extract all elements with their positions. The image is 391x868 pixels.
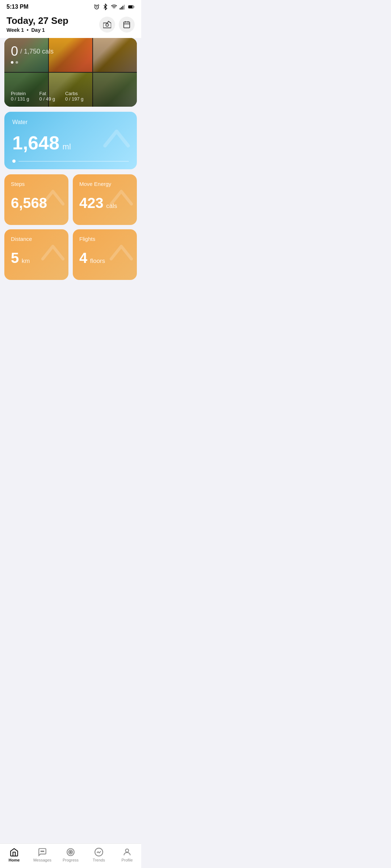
distance-card[interactable]: Distance 5 km [4, 229, 68, 280]
flights-unit: floors [90, 258, 105, 264]
carbs-label: Carbs [65, 91, 84, 96]
wifi-icon [111, 4, 117, 10]
move-energy-value: 423 [79, 195, 104, 211]
flights-value: 4 [79, 250, 87, 266]
day-label: Day 1 [31, 27, 45, 33]
signal-icon [119, 4, 126, 10]
flights-chevron-icon [109, 241, 134, 267]
status-bar: 5:13 PM [0, 0, 141, 12]
camera-icon [103, 21, 111, 29]
protein-label: Protein [11, 91, 29, 96]
macros-row: Protein 0 / 131 g Fat 0 / 49 g Carbs 0 /… [11, 91, 130, 102]
carbs-value: 0 / 197 g [65, 96, 84, 102]
macro-carbs: Carbs 0 / 197 g [65, 91, 84, 102]
svg-rect-6 [129, 6, 132, 8]
calories-total: / 1,750 cals [20, 48, 54, 55]
dots-row [11, 61, 130, 64]
progress-line [18, 161, 129, 162]
alarm-icon [93, 4, 100, 10]
chevron-up-icon [102, 125, 131, 154]
week-day: Week 1 • Day 1 [7, 27, 68, 33]
battery-icon [128, 4, 135, 10]
svg-rect-1 [120, 8, 121, 10]
svg-rect-2 [121, 7, 122, 10]
svg-rect-4 [124, 5, 125, 10]
water-chevron-bg [102, 125, 131, 156]
status-icons [93, 4, 135, 10]
distance-chevron-bg [40, 241, 66, 268]
macro-protein: Protein 0 / 131 g [11, 91, 29, 102]
activity-grid: Steps 6,568 Move Energy 423 cals [4, 174, 137, 280]
water-title: Water [12, 119, 129, 125]
protein-value: 0 / 131 g [11, 96, 29, 102]
camera-button[interactable] [99, 17, 115, 33]
calendar-icon [123, 21, 131, 29]
week-label: Week 1 [7, 27, 24, 33]
dot-2 [16, 61, 18, 64]
status-time: 5:13 PM [7, 4, 28, 10]
flights-chevron-bg [109, 241, 134, 268]
move-chevron-bg [109, 186, 134, 213]
water-progress [12, 159, 129, 163]
calendar-button[interactable] [119, 17, 135, 33]
steps-chevron-bg [40, 186, 66, 213]
date-title: Today, 27 Sep [7, 15, 68, 26]
distance-chevron-icon [40, 241, 66, 267]
svg-point-7 [106, 24, 108, 26]
macro-fat: Fat 0 / 49 g [39, 91, 55, 102]
water-unit: ml [63, 142, 71, 151]
header-actions [99, 17, 135, 33]
water-value: 1,648 [12, 132, 59, 153]
fat-value: 0 / 49 g [39, 96, 55, 102]
header: Today, 27 Sep Week 1 • Day 1 [0, 12, 141, 38]
water-card[interactable]: Water 1,648 ml [4, 112, 137, 169]
move-chevron-icon [109, 186, 134, 212]
fat-label: Fat [39, 91, 55, 96]
steps-chevron-icon [40, 186, 66, 212]
bluetooth-icon [102, 4, 109, 10]
calories-row: 0 / 1,750 cals [11, 44, 130, 59]
steps-card[interactable]: Steps 6,568 [4, 174, 68, 225]
move-energy-card[interactable]: Move Energy 423 cals [73, 174, 137, 225]
progress-dot [12, 159, 16, 163]
nutrition-content: 0 / 1,750 cals Protein 0 / 131 g Fat [4, 38, 137, 107]
calories-current: 0 [11, 44, 18, 59]
svg-rect-3 [122, 6, 123, 10]
dot-1 [11, 61, 13, 64]
flights-card[interactable]: Flights 4 floors [73, 229, 137, 280]
nutrition-card[interactable]: 0 / 1,750 cals Protein 0 / 131 g Fat [4, 38, 137, 107]
svg-rect-8 [124, 22, 130, 28]
distance-value: 5 [11, 250, 19, 266]
header-left: Today, 27 Sep Week 1 • Day 1 [7, 15, 68, 33]
distance-unit: km [22, 258, 30, 264]
